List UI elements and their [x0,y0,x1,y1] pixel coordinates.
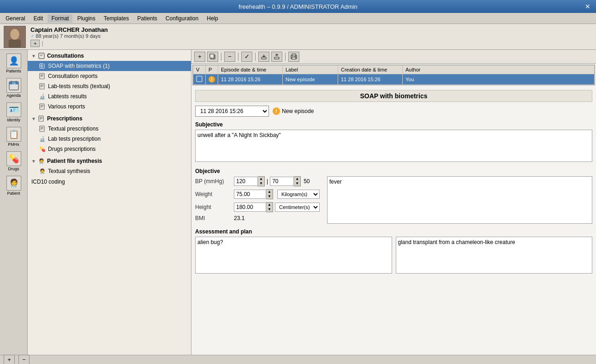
toolbar-export-button[interactable] [271,52,282,62]
bp-systolic-up[interactable]: ▲ [258,177,264,181]
prescriptions-expand-icon: ▼ [31,116,36,121]
svg-rect-24 [292,57,296,59]
toolbar-print-button[interactable] [288,52,299,62]
sidebar-item-labtests-results[interactable]: 🔬 Labtests results [28,91,191,101]
height-down[interactable]: ▼ [266,207,273,212]
patient-avatar [4,26,26,48]
left-icon-panel: 👤 Patients 12 Agenda 🪪 Identity 📋 PMHx [0,50,28,355]
patients-label: Patients [6,69,21,73]
lab-tests-prescription-label: Lab tests prescription [48,136,101,142]
bp-systolic-input[interactable] [234,177,258,186]
height-unit-select[interactable]: Centimeter(s) [275,203,320,212]
menu-configuration[interactable]: Configuration [162,14,202,23]
menu-templates[interactable]: Templates [100,14,133,23]
patient-separator: | [42,40,43,47]
menu-patients[interactable]: Patients [133,14,161,23]
bp-diastolic-input[interactable] [270,177,294,186]
consultations-label: Consultations [47,53,84,59]
episode-warning-icon: ! [273,107,280,115]
left-panel-pmhx[interactable]: 📋 PMHx [2,125,26,149]
menu-format[interactable]: Format [48,14,72,23]
menu-edit[interactable]: Edit [30,14,47,23]
sidebar-item-lab-tests-textual[interactable]: Lab-tests results (textual) [28,81,191,91]
height-input[interactable] [234,203,266,212]
bmi-label: BMI [195,215,232,221]
sidebar-item-drugs-prescriptions[interactable]: 💊 Drugs prescriptions [28,144,191,154]
svg-rect-13 [40,73,44,79]
sidebar-item-various-reports[interactable]: Various reports [28,101,191,112]
cell-creation-date: 11 28 2016 15:26 [338,74,403,85]
cell-v [193,74,206,85]
assessment-left-textarea[interactable] [195,237,392,274]
patient-file-synthesis-expand-icon: ▼ [31,159,36,164]
sidebar-item-textual-synthesis[interactable]: 🧑‍⚕️ Textual synthesis [28,166,191,176]
sidebar-item-icd10[interactable]: ICD10 coding [28,177,191,186]
left-panel-identity[interactable]: 🪪 Identity [2,101,26,124]
col-episode-date[interactable]: Episode date & time [218,66,283,74]
bottom-bar: + − [0,355,596,364]
toolbar-import-button[interactable] [258,52,269,62]
sidebar-item-patient-file-synthesis[interactable]: ▼ 🧑‍⚕️ Patient file synthesis [28,156,191,166]
drugs-icon: 💊 [6,151,21,166]
weight-input[interactable] [234,190,266,199]
left-panel-agenda[interactable]: 12 Agenda [2,76,26,100]
agenda-icon: 12 [6,78,21,93]
svg-rect-21 [274,57,279,59]
assessment-right-textarea[interactable] [396,237,593,274]
patient-name: Captain ARCHER Jonathan [30,26,592,33]
bp-diastolic-down[interactable]: ▼ [294,181,300,186]
left-panel-patient[interactable]: 🧑‍⚕️ Patient [2,174,26,197]
textual-synthesis-label: Textual synthesis [48,168,90,174]
sidebar-section-prescriptions: ▼ Prescriptions Textual prescriptions 🔬 … [28,113,191,155]
consultations-expand-icon: ▼ [31,54,36,59]
weight-up[interactable]: ▲ [266,190,273,194]
weight-wrapper: ▲ ▼ [234,189,275,199]
various-reports-icon [39,103,46,110]
weight-label: Weight [195,191,232,197]
sidebar-section-consultations: ▼ Consultations S SOAP with biometrics (… [28,50,191,113]
sidebar-item-lab-tests-prescription[interactable]: 🔬 Lab tests prescription [28,134,191,144]
lab-tests-textual-icon [39,83,46,90]
col-creation-date: Creation date & time [338,66,403,74]
menu-plugins[interactable]: Plugins [73,14,99,23]
bottom-remove-button[interactable]: − [18,355,30,364]
episode-dropdown[interactable]: 11 28 2016 15:26 [195,106,269,117]
svg-rect-17 [40,126,44,131]
patient-add-button[interactable]: + [30,40,40,47]
subjective-textarea[interactable] [195,130,592,162]
bp-diastolic-up[interactable]: ▲ [294,177,300,181]
sidebar-item-textual-prescriptions[interactable]: Textual prescriptions [28,124,191,134]
svg-point-3 [10,29,19,39]
bp-pulse-value: 50 [304,178,310,185]
weight-row: Weight ▲ ▼ Kilogram(s) [195,189,320,199]
toolbar-remove-button[interactable]: − [224,52,235,62]
sidebar-item-consultations[interactable]: ▼ Consultations [28,51,191,61]
bottom-add-button[interactable]: + [4,355,15,364]
cell-p: ! [206,74,218,85]
cell-episode-date: 11 28 2016 15:26 [218,74,283,85]
weight-down[interactable]: ▼ [266,194,273,199]
height-up[interactable]: ▲ [266,203,273,207]
sidebar-item-soap-biometrics[interactable]: S SOAP with biometrics (1) [28,61,191,71]
bp-systolic-down[interactable]: ▼ [258,181,264,186]
toolbar-copy-button[interactable] [207,52,218,62]
sidebar-item-prescriptions[interactable]: ▼ Prescriptions [28,113,191,124]
weight-unit-select[interactable]: Kilogram(s) [277,190,320,199]
bp-inputs: ▲ ▼ | ▲ ▼ [234,176,314,186]
close-button[interactable]: ✕ [583,3,592,10]
svg-rect-15 [40,104,44,109]
agenda-label: Agenda [6,93,21,98]
menu-bar: General Edit Format Plugins Templates Pa… [0,13,596,24]
table-row[interactable]: ! 11 28 2016 15:26 New episode 11 28 201… [193,74,595,85]
left-panel-patients[interactable]: 👤 Patients [2,52,26,75]
soap-form: SOAP with biometrics 11 28 2016 15:26 ! … [191,86,596,355]
menu-general[interactable]: General [2,14,29,23]
sidebar-item-consultation-reports[interactable]: Consultation reports [28,71,191,81]
menu-help[interactable]: Help [203,14,222,23]
objective-notes-textarea[interactable] [327,176,592,224]
drugs-prescriptions-icon: 💊 [39,145,46,153]
toolbar-add-button[interactable]: + [194,52,205,62]
toolbar-check-button[interactable]: ✓ [241,52,252,62]
left-panel-drugs[interactable]: 💊 Drugs [2,149,26,173]
textual-prescriptions-icon [39,125,46,132]
